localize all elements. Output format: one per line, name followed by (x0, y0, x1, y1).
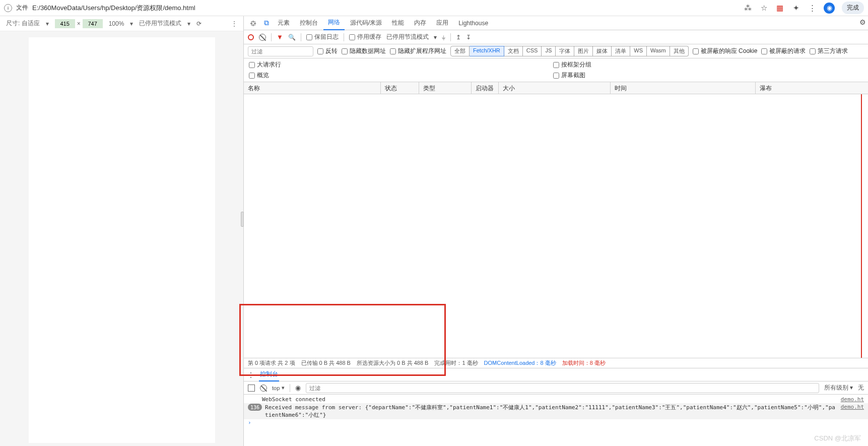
preserve-log-checkbox[interactable]: 保留日志 (306, 33, 339, 41)
preview-area (0, 31, 243, 446)
chip-图片[interactable]: 图片 (574, 46, 593, 56)
third-party-checkbox[interactable]: 第三方请求 (810, 47, 848, 55)
tab-sources[interactable]: 源代码/来源 (346, 16, 386, 30)
ext1-icon[interactable]: ▦ (775, 4, 784, 13)
addr-right: ⁂ ☆ ▦ ✦ ⋮ ◉ 完成 (743, 2, 864, 14)
extensions-icon[interactable]: ✦ (791, 4, 800, 13)
throttle-select[interactable]: 已停用节流模式 (139, 19, 181, 28)
kebab-icon[interactable]: ⋮ (231, 20, 237, 27)
chip-全部[interactable]: 全部 (450, 46, 470, 56)
chip-Wasm[interactable]: Wasm (647, 46, 670, 56)
file-label: 文件 (16, 4, 28, 12)
foot-resources: 所选资源大小为 0 B 共 488 B (357, 359, 428, 367)
foot-finish: 完成用时：1 毫秒 (434, 359, 478, 367)
hide-data-urls-checkbox[interactable]: 隐藏数据网址 (342, 47, 386, 55)
chip-CSS[interactable]: CSS (523, 46, 542, 56)
invert-checkbox[interactable]: 反转 (317, 47, 338, 55)
zoom-select[interactable]: 100% (109, 20, 124, 27)
disable-cache-checkbox[interactable]: 停用缓存 (349, 33, 381, 41)
console-filter-input[interactable] (306, 383, 819, 393)
chip-清单[interactable]: 清单 (612, 46, 630, 56)
type-chips: 全部Fetch/XHR文档CSSJS字体图片媒体清单WSWasm其他 (450, 46, 689, 56)
upload-icon[interactable]: ↥ (456, 34, 461, 41)
address-bar: i 文件 E:/360MoveData/Users/hp/Desktop/资源权… (0, 0, 868, 16)
log-source[interactable]: demo.ht (841, 404, 864, 410)
tab-elements[interactable]: 元素 (273, 16, 294, 30)
size-label[interactable]: 尺寸: 自适应 (6, 19, 40, 28)
translate-icon[interactable]: ⁂ (743, 4, 752, 13)
console-prompt[interactable]: › (244, 419, 868, 426)
device-pane: 尺寸: 自适应▾ × 100%▾ 已停用节流模式▾ ⟳ ⋮ (0, 16, 244, 446)
filter-input[interactable] (248, 46, 313, 56)
blocked-requests-checkbox[interactable]: 被屏蔽的请求 (761, 47, 806, 55)
drawer-menu-icon[interactable]: ⋮ (248, 371, 254, 378)
search-icon[interactable]: 🔍 (288, 34, 296, 41)
sidebar-toggle-icon[interactable] (248, 385, 255, 392)
devtools-pane: ⯐ ⧉ 元素 控制台 网络 源代码/来源 性能 内存 应用 Lighthouse… (244, 16, 868, 446)
url-path[interactable]: E:/360MoveData/Users/hp/Desktop/资源权限/dem… (32, 4, 195, 13)
issues-count[interactable]: 无 (858, 384, 864, 392)
chip-其他[interactable]: 其他 (670, 46, 689, 56)
chip-JS[interactable]: JS (542, 46, 556, 56)
chip-文档[interactable]: 文档 (504, 46, 523, 56)
levels-dropdown[interactable]: 所有级别 ▾ (824, 384, 853, 392)
watermark: CSDN @北凉军 (814, 434, 861, 443)
col-type[interactable]: 类型 (419, 82, 472, 94)
col-name[interactable]: 名称 (244, 82, 381, 94)
col-initiator[interactable]: 启动器 (472, 82, 499, 94)
record-icon[interactable] (248, 34, 254, 40)
console-row: WebSocket connecteddemo.ht (244, 396, 868, 403)
waterfall-line (861, 94, 862, 358)
context-selector[interactable]: top ▾ (272, 385, 285, 391)
device-toolbar: 尺寸: 自适应▾ × 100%▾ 已停用节流模式▾ ⟳ ⋮ (0, 16, 243, 31)
settings-icon[interactable]: ⚙ (859, 18, 866, 26)
tab-lighthouse[interactable]: Lighthouse (454, 17, 493, 29)
chip-字体[interactable]: 字体 (556, 46, 574, 56)
hide-ext-urls-checkbox[interactable]: 隐藏扩展程序网址 (390, 47, 446, 55)
console-clear-icon[interactable] (260, 385, 267, 392)
log-text: Received message from server: {"departNa… (265, 404, 838, 419)
col-status[interactable]: 状态 (381, 82, 419, 94)
chip-WS[interactable]: WS (630, 46, 647, 56)
overview-checkbox[interactable]: 概览 (249, 71, 281, 80)
network-toolbar: ▼ 🔍 保留日志 停用缓存 已停用节流模式▾ ⏚ ↥ ↧ (244, 30, 868, 44)
foot-requests: 第 0 项请求 共 2 项 (248, 359, 295, 367)
foot-load: 加载时间：8 毫秒 (562, 359, 606, 367)
live-expr-icon[interactable]: ◉ (295, 384, 301, 392)
done-button[interactable]: 完成 (842, 2, 864, 14)
device-toggle-icon[interactable]: ⧉ (261, 17, 272, 29)
tab-application[interactable]: 应用 (432, 16, 453, 30)
group-by-frame-checkbox[interactable]: 按框架分组 (553, 60, 591, 69)
width-input[interactable] (55, 19, 75, 28)
clear-icon[interactable] (259, 34, 266, 41)
network-footer: 第 0 项请求 共 2 项 已传输 0 B 共 488 B 所选资源大小为 0 … (244, 358, 868, 368)
inspect-icon[interactable]: ⯐ (247, 17, 260, 29)
info-icon[interactable]: i (4, 4, 12, 12)
throttle-dropdown[interactable]: 已停用节流模式 (386, 33, 429, 41)
tab-performance[interactable]: 性能 (387, 16, 409, 30)
large-rows-checkbox[interactable]: 大请求行 (249, 60, 281, 69)
screenshots-checkbox[interactable]: 屏幕截图 (553, 71, 591, 80)
drawer-tab-console[interactable]: 控制台 (259, 368, 279, 381)
more-icon[interactable]: ⋮ (808, 4, 817, 13)
log-source[interactable]: demo.ht (841, 396, 864, 403)
col-size[interactable]: 大小 (499, 82, 611, 94)
height-input[interactable] (83, 19, 103, 28)
filter-icon[interactable]: ▼ (277, 33, 283, 41)
blocked-cookies-checkbox[interactable]: 被屏蔽的响应 Cookie (693, 47, 758, 55)
tab-memory[interactable]: 内存 (410, 16, 431, 30)
rotate-icon[interactable]: ⟳ (196, 20, 202, 27)
console-body: WebSocket connecteddemo.ht136Received me… (244, 395, 868, 446)
drawer-tabs: ⋮ 控制台 (244, 368, 868, 381)
star-icon[interactable]: ☆ (759, 4, 768, 13)
tab-network[interactable]: 网络 (323, 16, 345, 30)
chip-媒体[interactable]: 媒体 (593, 46, 612, 56)
chip-Fetch/XHR[interactable]: Fetch/XHR (470, 46, 504, 56)
device-frame[interactable] (29, 37, 215, 443)
profile-avatar[interactable]: ◉ (824, 3, 835, 14)
tab-console[interactable]: 控制台 (295, 16, 322, 30)
download-icon[interactable]: ↧ (466, 34, 471, 41)
col-time[interactable]: 时间 (611, 82, 756, 94)
col-waterfall[interactable]: 瀑布 (756, 82, 868, 94)
wifi-icon[interactable]: ⏚ (442, 34, 445, 41)
